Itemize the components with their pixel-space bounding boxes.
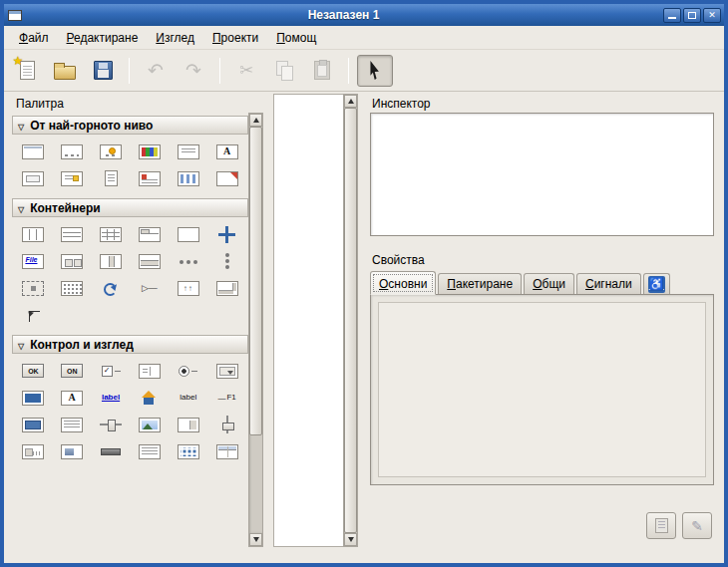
maximize-button[interactable] — [683, 8, 701, 23]
palette-item-alignment[interactable] — [14, 277, 53, 299]
palette-item-file-selection-dialog[interactable] — [169, 141, 207, 162]
palette-item-entry[interactable] — [14, 387, 53, 409]
titlebar[interactable]: Незапазен 1 — [4, 4, 724, 26]
palette-item-option-menu[interactable] — [207, 360, 246, 382]
palette-item-link-button[interactable]: label — [92, 387, 131, 409]
palette-item-check-button[interactable] — [92, 360, 131, 382]
open-button[interactable] — [47, 55, 83, 87]
palette-item-hscale[interactable] — [92, 414, 131, 435]
menu-projects[interactable]: Проекти — [203, 27, 267, 49]
cut-button[interactable] — [228, 55, 264, 87]
paste-button[interactable] — [304, 55, 340, 87]
menu-view[interactable]: Изглед — [147, 27, 203, 49]
palette-item-font-selection-dialog[interactable]: A — [207, 141, 246, 162]
window-menu-icon[interactable] — [8, 10, 22, 21]
palette-item-text-view[interactable] — [53, 414, 92, 435]
palette-item-spin-button[interactable] — [169, 414, 207, 435]
canvas-scroll-trough[interactable] — [344, 108, 357, 533]
menu-file[interactable]: Файл — [10, 27, 58, 49]
palette-section-header-1[interactable]: От най-горното ниво — [12, 116, 248, 135]
palette-item-file-chooser-widget[interactable] — [169, 167, 207, 189]
palette-item-window[interactable] — [14, 141, 53, 162]
palette-item-hbox[interactable] — [14, 223, 53, 245]
palette-item-button[interactable]: OK — [14, 360, 53, 382]
text-view-icon — [61, 418, 83, 432]
canvas-scroll-thumb[interactable] — [344, 108, 357, 533]
palette-section-header-2[interactable]: Контейнери — [12, 198, 248, 217]
palette-item-notebook[interactable] — [130, 223, 169, 245]
palette-item-hseparator[interactable] — [92, 440, 131, 462]
palette-item-input-dialog[interactable] — [14, 167, 53, 189]
palette-item-vscale[interactable] — [207, 414, 246, 435]
palette-item-combo[interactable] — [14, 414, 53, 435]
palette-item-list[interactable] — [130, 440, 169, 462]
palette-item-handle-box[interactable] — [92, 277, 131, 299]
palette-section-header-3[interactable]: Контрол и изглед — [12, 335, 248, 354]
palette-item-color-selection-dialog[interactable] — [130, 141, 169, 162]
palette-item-tree-view[interactable] — [207, 440, 246, 462]
documentation-button[interactable] — [646, 512, 676, 539]
palette-item-menubar[interactable]: File — [14, 250, 53, 272]
tab-general[interactable]: Основни — [370, 271, 436, 295]
palette-item-recent-chooser-dialog[interactable] — [130, 167, 169, 189]
close-button[interactable] — [703, 8, 721, 23]
palette-item-about-dialog[interactable] — [53, 167, 92, 189]
properties-content[interactable] — [378, 302, 706, 477]
tab-signals[interactable]: Сигнали — [576, 273, 641, 294]
palette-item-aspect-frame[interactable] — [14, 304, 53, 326]
tab-accessibility[interactable] — [643, 273, 670, 294]
palette-item-toggle-button[interactable]: ON — [53, 360, 92, 382]
palette-item-layout[interactable] — [53, 277, 92, 299]
palette-item-image[interactable] — [130, 414, 169, 435]
palette-item-table[interactable] — [92, 223, 131, 245]
palette-item-vbuttonbox[interactable] — [207, 250, 246, 272]
palette-item-combo-box[interactable] — [130, 360, 169, 382]
palette-item-assistant[interactable] — [92, 167, 131, 189]
undo-button[interactable] — [138, 55, 174, 87]
palette-scroll-thumb[interactable] — [249, 127, 262, 435]
palette-item-radio-button[interactable] — [169, 360, 207, 382]
tab-packing[interactable]: Пакетиране — [438, 273, 522, 294]
palette-item-scrolled-window[interactable] — [207, 277, 246, 299]
palette-scroll-down-button[interactable] — [249, 533, 262, 546]
palette-item-toolbar[interactable] — [53, 250, 92, 272]
tab-common[interactable]: Общи — [524, 273, 574, 294]
canvas-scroll-up-button[interactable] — [344, 95, 357, 108]
edit-button[interactable] — [682, 512, 712, 539]
collapse-arrow-icon — [18, 119, 24, 133]
palette-item-expander[interactable] — [130, 277, 169, 299]
palette-item-icon-view[interactable] — [169, 440, 207, 462]
palette-item-fixed[interactable] — [207, 223, 246, 245]
design-canvas[interactable] — [273, 94, 343, 547]
palette-item-dialog[interactable] — [53, 141, 92, 162]
collapse-arrow-icon — [18, 201, 24, 215]
palette-item-popup-window[interactable] — [207, 167, 246, 189]
palette-item-hpaned[interactable] — [92, 250, 131, 272]
palette-item-message-dialog[interactable] — [92, 141, 131, 162]
palette-scrollbar[interactable] — [248, 113, 263, 547]
redo-button[interactable] — [176, 55, 211, 87]
minimize-button[interactable] — [663, 8, 681, 23]
palette-item-frame[interactable] — [169, 223, 207, 245]
palette-item-label[interactable]: label — [169, 387, 207, 409]
palette-item-text-entry[interactable]: A — [53, 387, 92, 409]
menu-edit[interactable]: Редактиране — [58, 27, 148, 49]
palette-scroll-trough[interactable] — [249, 127, 262, 533]
palette-item-hbuttonbox[interactable] — [169, 250, 207, 272]
palette-item-viewport[interactable] — [169, 277, 207, 299]
palette-item-vpaned[interactable] — [130, 250, 169, 272]
palette-item-combo-box-entry[interactable] — [130, 387, 169, 409]
copy-button[interactable] — [266, 55, 302, 87]
canvas-scroll-down-button[interactable] — [344, 533, 357, 546]
palette-scroll-up-button[interactable] — [249, 114, 262, 127]
inspector-view[interactable] — [370, 113, 714, 236]
palette-item-progress-bar[interactable] — [53, 440, 92, 462]
palette-item-vbox[interactable] — [53, 223, 92, 245]
palette-item-accel-label[interactable]: F1 — [207, 387, 246, 409]
new-button[interactable] — [9, 55, 45, 87]
selector-button[interactable] — [357, 55, 393, 87]
menu-help[interactable]: Помощ — [267, 27, 325, 49]
palette-item-statusbar[interactable] — [14, 440, 53, 462]
save-button[interactable] — [85, 55, 121, 87]
canvas-scrollbar[interactable] — [343, 94, 358, 547]
